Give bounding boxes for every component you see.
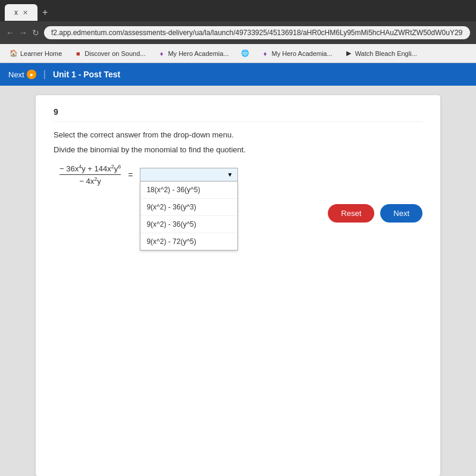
tab-bar: x ✕ + (0, 0, 476, 21)
bookmark-purple-icon: ♦ (157, 49, 165, 58)
fraction-numerator: − 36x4y + 144x2y6 (60, 164, 121, 175)
next-button[interactable]: Next (380, 204, 422, 223)
forward-button[interactable]: → (19, 28, 27, 37)
new-tab-button[interactable]: + (37, 7, 52, 18)
play-icon: ▶ (345, 49, 353, 58)
question-text: Divide the binomial by the monomial to f… (54, 145, 422, 154)
bookmark-watch[interactable]: ▶ Watch Bleach Engli... (340, 48, 422, 59)
nav-next-label: Next (8, 70, 24, 79)
bookmark-label: Discover on Sound... (84, 50, 145, 57)
back-button[interactable]: ← (6, 28, 14, 37)
dropdown-option-4[interactable]: 9(x^2) - 72(y^5) (140, 233, 237, 250)
dropdown-option-1[interactable]: 18(x^2) - 36(y^5) (140, 181, 237, 199)
bookmark-discover[interactable]: ■ Discover on Sound... (69, 48, 150, 59)
tab-title: x (14, 8, 18, 17)
question-card: 9 Select the correct answer from the dro… (36, 95, 440, 476)
page-title: Unit 1 - Post Test (53, 70, 120, 79)
question-instruction: Select the correct answer from the drop-… (54, 130, 422, 139)
refresh-button[interactable]: ↻ (32, 28, 39, 37)
nav-divider: | (43, 69, 46, 80)
bookmarks-bar: 🏠 Learner Home ■ Discover on Sound... ♦ … (0, 44, 476, 63)
dropdown-header[interactable]: ▼ (140, 168, 238, 181)
fraction: − 36x4y + 144x2y6 − 4x2y (60, 164, 121, 186)
dropdown-option-2[interactable]: 9(x^2) - 36(y^3) (140, 199, 237, 216)
bookmark-red-icon: ■ (74, 49, 82, 58)
bookmark-globe[interactable]: 🌐 (236, 48, 254, 59)
top-nav: Next ● | Unit 1 - Post Test (0, 63, 476, 86)
home-icon: 🏠 (10, 49, 18, 58)
content-area: 9 Select the correct answer from the dro… (0, 86, 476, 476)
globe-icon: 🌐 (241, 49, 249, 58)
address-bar: ← → ↻ (0, 21, 476, 44)
bookmark-label: My Hero Academia... (168, 50, 228, 57)
bookmark-learner-home[interactable]: 🏠 Learner Home (5, 48, 67, 59)
bookmark-label: Learner Home (20, 50, 62, 57)
address-input[interactable] (44, 26, 470, 39)
dropdown-option-3[interactable]: 9(x^2) - 36(y^5) (140, 216, 237, 233)
fraction-equation: − 36x4y + 144x2y6 − 4x2y = ▼ (60, 164, 238, 186)
tab-close-icon[interactable]: ✕ (23, 9, 28, 17)
bookmark-purple2-icon: ♦ (261, 49, 270, 58)
active-tab[interactable]: x ✕ (5, 4, 37, 21)
bookmark-label: My Hero Academia... (272, 50, 333, 57)
fraction-denominator: − 4x2y (79, 175, 101, 186)
question-number: 9 (54, 107, 422, 122)
page-wrapper: x ✕ + ← → ↻ 🏠 Learner Home ■ Discover on… (0, 0, 476, 476)
bookmark-mha-2[interactable]: ♦ My Hero Academia... (256, 48, 337, 59)
reset-button[interactable]: Reset (328, 204, 374, 223)
equals-sign: = (128, 170, 133, 180)
nav-next-button[interactable]: Next ● (8, 70, 36, 79)
dropdown-list: 18(x^2) - 36(y^5) 9(x^2) - 36(y^3) 9(x^2… (140, 181, 238, 250)
bookmark-label: Watch Bleach Engli... (355, 50, 417, 57)
chevron-down-icon: ▼ (227, 171, 233, 178)
equation-row: − 36x4y + 144x2y6 − 4x2y = ▼ (54, 164, 422, 192)
nav-next-icon: ● (27, 70, 36, 79)
bookmark-mha-1[interactable]: ♦ My Hero Academia... (152, 48, 233, 59)
dropdown-container[interactable]: ▼ 18(x^2) - 36(y^5) 9(x^2) - 36(y^3) 9(x… (140, 168, 238, 181)
